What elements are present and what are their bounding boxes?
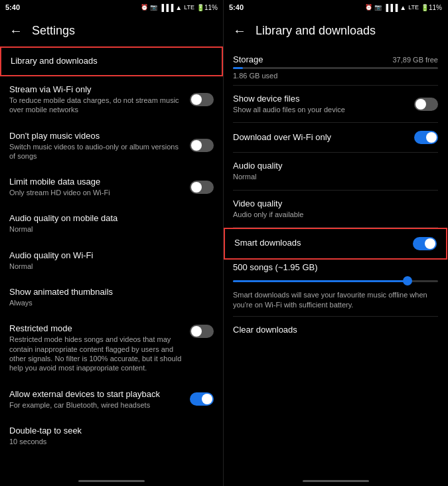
network-icon-r: LTE <box>408 4 419 11</box>
battery-icon-r: 🔋11% <box>421 4 442 11</box>
external-toggle[interactable] <box>190 392 214 406</box>
toggle-knob <box>191 326 202 337</box>
dont-play-title: Don't play music videos <box>9 131 185 141</box>
video-quality-title: Video quality <box>233 199 438 208</box>
settings-item-library[interactable]: Library and downloads <box>0 46 223 76</box>
audio-quality-subtitle: Normal <box>233 172 438 181</box>
stream-wifi-subtitle: To reduce mobile data charges, do not st… <box>9 96 185 115</box>
alarm-icon-r: ⏰ <box>365 4 372 11</box>
audio-wifi-subtitle: Normal <box>9 262 214 271</box>
library-content: Storage 37,89 GB free 1.86 GB used Show … <box>224 46 447 475</box>
toggle-knob <box>191 140 202 151</box>
download-wifi-toggle[interactable] <box>414 131 438 144</box>
smart-downloads-title: Smart downloads <box>234 238 408 248</box>
settings-item-audio-wifi[interactable]: Audio quality on Wi-Fi Normal <box>0 242 223 279</box>
library-screen: 5:40 ⏰ 📷 ▐▐▐ ▲ LTE 🔋11% ← Library and do… <box>224 0 447 486</box>
status-icons-right: ⏰ 📷 ▐▐▐ ▲ LTE 🔋11% <box>365 4 442 11</box>
stream-wifi-toggle[interactable] <box>190 93 214 106</box>
settings-item-stream-wifi[interactable]: Stream via Wi-Fi only To reduce mobile d… <box>0 76 223 123</box>
nav-pill-left <box>78 480 145 482</box>
toggle-knob <box>202 394 212 404</box>
wifi-icon: ▲ <box>175 4 182 11</box>
toggle-knob <box>425 238 435 249</box>
storage-free: 37,89 GB free <box>393 56 439 64</box>
battery-icon: 🔋11% <box>196 4 218 11</box>
limit-mobile-subtitle: Only stream HD video on Wi-Fi <box>9 188 185 197</box>
external-title: Allow external devices to start playback <box>9 389 185 399</box>
library-item-video-quality[interactable]: Video quality Audio only if available <box>224 191 447 227</box>
storage-bar <box>233 67 438 69</box>
settings-content: Library and downloads Stream via Wi-Fi o… <box>0 46 223 475</box>
show-device-toggle[interactable] <box>414 98 438 111</box>
animated-thumbs-title: Show animated thumbnails <box>9 287 214 297</box>
audio-mobile-title: Audio quality on mobile data <box>9 213 214 223</box>
settings-title: Settings <box>32 24 75 38</box>
settings-item-limit-mobile[interactable]: Limit mobile data usage Only stream HD v… <box>0 169 223 205</box>
audio-mobile-subtitle: Normal <box>9 224 214 234</box>
back-button-right[interactable]: ← <box>233 23 246 39</box>
audio-wifi-title: Audio quality on Wi-Fi <box>9 250 214 260</box>
storage-section: Storage 37,89 GB free 1.86 GB used <box>224 46 447 85</box>
settings-screen: 5:40 ⏰ 📷 ▐▐▐ ▲ LTE 🔋11% ← Settings Libra… <box>0 0 224 486</box>
library-title: Library and downloads <box>256 24 376 38</box>
wifi-icon-r: ▲ <box>400 4 406 11</box>
settings-item-animated-thumbs[interactable]: Show animated thumbnails Always <box>0 279 223 315</box>
stream-wifi-title: Stream via Wi-Fi only <box>9 84 185 94</box>
restricted-subtitle: Restricted mode hides songs and videos t… <box>9 335 185 372</box>
bottom-bar-right <box>224 475 447 486</box>
show-device-subtitle: Show all audio files on your device <box>233 105 409 114</box>
double-tap-title: Double-tap to seek <box>9 426 214 436</box>
double-tap-subtitle: 10 seconds <box>9 437 214 446</box>
network-icon: LTE <box>184 4 194 11</box>
download-wifi-title: Download over Wi-Fi only <box>233 132 409 142</box>
signal-bars-icon: ▐▐▐ <box>159 4 173 11</box>
limit-mobile-title: Limit mobile data usage <box>9 177 185 187</box>
library-item-audio-quality[interactable]: Audio quality Normal <box>224 153 447 189</box>
dont-play-subtitle: Switch music videos to audio-only or alb… <box>9 142 185 161</box>
smart-downloads-description: Smart downloads will save your favourite… <box>224 285 447 316</box>
settings-item-audio-mobile[interactable]: Audio quality on mobile data Normal <box>0 205 223 242</box>
dont-play-toggle[interactable] <box>190 139 214 152</box>
library-item-download-wifi[interactable]: Download over Wi-Fi only <box>224 123 447 152</box>
library-item-smart-downloads[interactable]: Smart downloads <box>224 228 447 260</box>
camera-icon-r: 📷 <box>374 4 382 11</box>
animated-thumbs-subtitle: Always <box>9 298 214 307</box>
songs-count-label: 500 songs (~1.95 GB) <box>224 260 447 275</box>
camera-icon: 📷 <box>150 4 157 11</box>
bottom-bar-left <box>0 475 223 486</box>
toggle-knob <box>191 94 202 105</box>
toggle-knob <box>415 99 426 110</box>
restricted-title: Restricted mode <box>9 323 185 333</box>
smart-downloads-toggle[interactable] <box>413 237 437 250</box>
storage-used: 1.86 GB used <box>233 72 438 80</box>
toggle-knob <box>191 182 202 193</box>
status-icons-left: ⏰ 📷 ▐▐▐ ▲ LTE 🔋11% <box>141 4 218 11</box>
storage-label: Storage <box>233 54 263 64</box>
toggle-knob <box>426 132 437 143</box>
clear-downloads-title: Clear downloads <box>233 325 438 335</box>
limit-mobile-toggle[interactable] <box>190 181 214 194</box>
video-quality-subtitle: Audio only if available <box>233 210 438 219</box>
library-header: ← Library and downloads <box>224 15 447 46</box>
storage-bar-fill <box>233 67 243 69</box>
settings-item-external-devices[interactable]: Allow external devices to start playback… <box>0 381 223 418</box>
library-item-show-device-files[interactable]: Show device files Show all audio files o… <box>224 86 447 122</box>
library-item-clear-downloads[interactable]: Clear downloads <box>224 317 447 344</box>
signal-bars-icon-r: ▐▐▐ <box>384 4 398 11</box>
restricted-toggle[interactable] <box>190 325 214 338</box>
slider-track <box>233 280 438 282</box>
back-button-left[interactable]: ← <box>9 23 23 39</box>
settings-header: ← Settings <box>0 15 223 46</box>
settings-item-dont-play[interactable]: Don't play music videos Switch music vid… <box>0 123 223 169</box>
songs-slider[interactable] <box>224 275 447 285</box>
status-time-left: 5:40 <box>5 3 20 11</box>
settings-item-restricted[interactable]: Restricted mode Restricted mode hides so… <box>0 315 223 380</box>
slider-fill <box>233 280 408 282</box>
slider-thumb[interactable] <box>403 276 412 285</box>
external-subtitle: For example, car Bluetooth, wired headse… <box>9 400 185 410</box>
status-bar-right: 5:40 ⏰ 📷 ▐▐▐ ▲ LTE 🔋11% <box>224 0 447 15</box>
settings-item-double-tap[interactable]: Double-tap to seek 10 seconds <box>0 418 223 454</box>
show-device-title: Show device files <box>233 94 409 104</box>
library-title: Library and downloads <box>11 56 212 66</box>
alarm-icon: ⏰ <box>141 4 148 11</box>
